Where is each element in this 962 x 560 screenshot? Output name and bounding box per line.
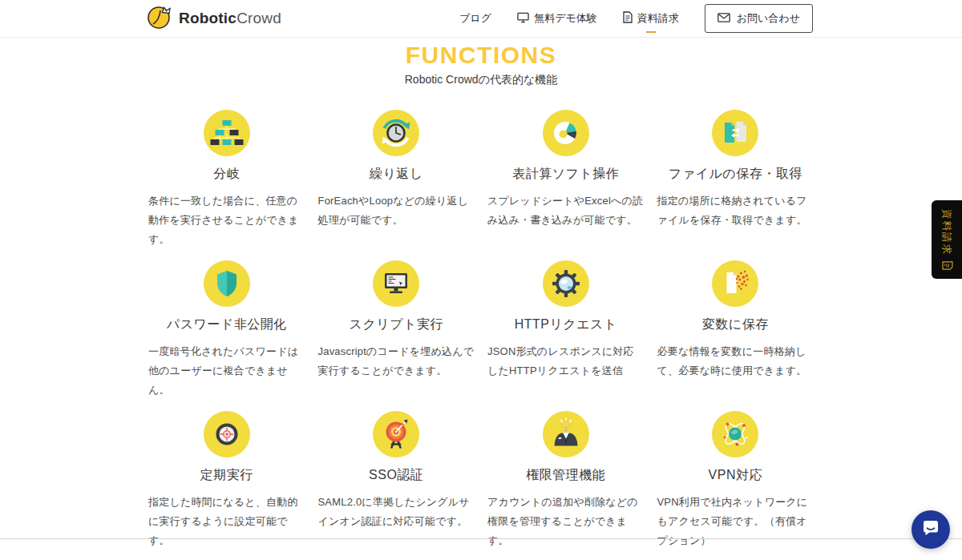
side-tab-label: 資料請求 [940, 209, 954, 256]
footer-divider [0, 538, 962, 539]
page: RoboticCrowd ブログ 無料デモ体験 資料請求 [0, 0, 962, 560]
businessman-icon [543, 411, 589, 457]
function-title: スクリプト実行 [350, 316, 443, 333]
pie-chart-icon [543, 110, 589, 156]
monitor-code-icon [373, 260, 419, 307]
function-title: SSO認証 [369, 467, 423, 484]
function-description: 条件に一致した場合に、任意の動作を実行させることができます。 [148, 191, 305, 249]
chat-launcher-button[interactable] [911, 510, 950, 549]
document-icon [623, 11, 633, 26]
section-title: FUNCTIONS [0, 42, 962, 69]
contact-button[interactable]: お問い合わせ [705, 4, 813, 33]
function-description: VPN利用で社内ネットワークにもアクセス可能です。（有償オプション） [657, 493, 814, 550]
function-title: 表計算ソフト操作 [512, 166, 619, 183]
contact-button-label: お問い合わせ [737, 11, 800, 26]
function-description: ForEachやLoopなどの繰り返し処理が可能です。 [318, 191, 475, 230]
function-title: 権限管理機能 [526, 467, 605, 484]
function-card: VPN対応 VPN利用で社内ネットワークにもアクセス可能です。（有償オプション） [657, 411, 814, 550]
function-description: 一度暗号化されたパスワードは他のユーザーに複合できません。 [148, 342, 305, 400]
function-card: HTTPリクエスト JSON形式のレスポンスに対応したHTTPリクエストを送信 [487, 260, 645, 400]
gear-globe-icon [543, 260, 589, 307]
nav-item-blog[interactable]: ブログ [459, 11, 491, 26]
function-title: VPN対応 [709, 467, 762, 484]
function-description: スプレッドシートやExcelへの読み込み・書き込みが可能です。 [487, 191, 645, 230]
file-transfer-icon [712, 110, 758, 156]
function-title: 繰り返し [370, 166, 423, 183]
nav-item-docs[interactable]: 資料請求 [623, 11, 679, 26]
document-dots-icon [712, 260, 758, 307]
function-card: SSO認証 SAML2.0に準拠したシングルサインオン認証に対応可能です。 [318, 411, 475, 550]
function-description: 必要な情報を変数に一時格納して、必要な時に使用できます。 [657, 342, 814, 381]
function-card: 繰り返し ForEachやLoopなどの繰り返し処理が可能です。 [318, 110, 475, 249]
nav-active-underline [646, 31, 656, 33]
brand-light: Crowd [236, 10, 281, 26]
function-description: JSON形式のレスポンスに対応したHTTPリクエストを送信 [487, 342, 645, 381]
loop-clock-icon [373, 110, 419, 156]
brand-bold: Robotic [179, 10, 236, 26]
function-card: スクリプト実行 Javascriptのコードを埋め込んで実行することができます。 [318, 260, 475, 400]
logo-cat-icon [147, 4, 172, 33]
header: RoboticCrowd ブログ 無料デモ体験 資料請求 [0, 0, 962, 38]
function-title: 分岐 [213, 166, 240, 183]
function-description: アカウントの追加や削除などの権限を管理することができます。 [487, 493, 645, 550]
nav-demo-label: 無料デモ体験 [534, 11, 597, 26]
document-icon [940, 261, 954, 270]
function-description: SAML2.0に準拠したシングルサインオン認証に対応可能です。 [318, 493, 475, 531]
function-title: HTTPリクエスト [515, 316, 617, 333]
function-card: 分岐 条件に一致した場合に、任意の動作を実行させることができます。 [148, 110, 305, 249]
nav-blog-label: ブログ [459, 11, 491, 26]
crosshair-icon [204, 411, 250, 457]
section-subtitle: Robotic Crowdの代表的な機能 [0, 73, 962, 87]
function-card: 表計算ソフト操作 スプレッドシートやExcelへの読み込み・書き込みが可能です。 [487, 110, 645, 249]
function-title: 定期実行 [200, 467, 253, 484]
function-card: ファイルの保存・取得 指定の場所に格納されているファイルを保存・取得できます。 [657, 110, 814, 249]
functions-grid: 分岐 条件に一致した場合に、任意の動作を実行させることができます。 繰り返し F… [148, 110, 814, 550]
function-description: 指定した時間になると、自動的に実行するように設定可能です。 [148, 493, 305, 550]
branch-icon [204, 110, 250, 156]
monitor-icon [517, 12, 529, 26]
function-card: 権限管理機能 アカウントの追加や削除などの権限を管理することができます。 [487, 411, 645, 550]
function-card: パスワード非公開化 一度暗号化されたパスワードは他のユーザーに複合できません。 [148, 260, 305, 400]
side-tab-inner: 資料請求 [932, 200, 962, 279]
function-card: 変数に保存 必要な情報を変数に一時格納して、必要な時に使用できます。 [657, 260, 814, 400]
function-title: 変数に保存 [702, 316, 769, 333]
function-title: ファイルの保存・取得 [669, 166, 802, 183]
shield-icon [204, 260, 250, 307]
side-tab-document-request[interactable]: 資料請求 [932, 200, 962, 279]
archery-target-icon [373, 411, 419, 457]
function-description: Javascriptのコードを埋め込んで実行することができます。 [318, 342, 475, 381]
function-title: パスワード非公開化 [167, 316, 287, 333]
logo[interactable]: RoboticCrowd [147, 4, 281, 33]
main-nav: ブログ 無料デモ体験 資料請求 お問い合わせ [459, 4, 813, 33]
chat-bubble-icon [921, 518, 940, 541]
function-description: 指定の場所に格納されているファイルを保存・取得できます。 [657, 191, 814, 230]
brand-name: RoboticCrowd [179, 10, 281, 27]
nav-docs-label: 資料請求 [637, 11, 679, 26]
nav-item-demo[interactable]: 無料デモ体験 [517, 11, 597, 26]
atom-globe-icon [712, 411, 758, 457]
function-card: 定期実行 指定した時間になると、自動的に実行するように設定可能です。 [148, 411, 305, 550]
envelope-icon [717, 13, 730, 25]
